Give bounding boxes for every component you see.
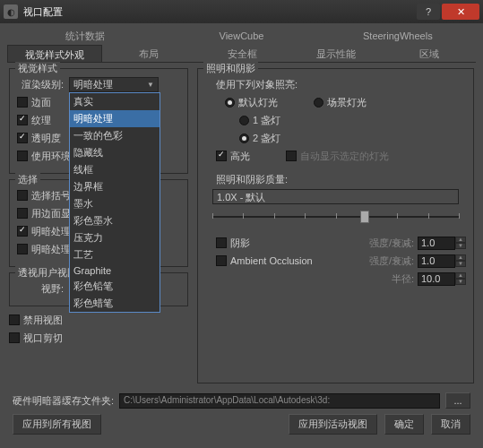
opt-realistic[interactable]: 真实: [70, 93, 160, 110]
radius-spinner[interactable]: ▲▼: [455, 272, 466, 285]
opt-color-ink[interactable]: 彩色墨水: [70, 212, 160, 229]
tab-steeringwheels[interactable]: SteeringWheels: [320, 27, 476, 45]
tab-safeframe[interactable]: 安全框: [195, 45, 289, 62]
apply-active-button[interactable]: 应用到活动视图: [289, 414, 377, 435]
opt-shaded[interactable]: 明暗处理: [70, 110, 160, 127]
radio-one-light[interactable]: [239, 116, 249, 125]
check-auto-display[interactable]: [286, 151, 297, 161]
intensity-1-input[interactable]: [418, 237, 455, 250]
opt-color-pencil[interactable]: 彩色铅笔: [70, 278, 160, 295]
intensity-label-2: 强度/衰减:: [369, 254, 414, 268]
intensity-2-spinner[interactable]: ▲▼: [455, 254, 466, 267]
check-shadows[interactable]: [216, 237, 227, 248]
app-icon: ◐: [4, 4, 18, 19]
illuminate-label: 使用下列对象照亮:: [216, 76, 466, 92]
tabs-row-bottom: 视觉样式外观 布局 安全框 显示性能 区域: [7, 45, 476, 63]
check-transparency[interactable]: [17, 133, 28, 143]
radio-two-lights[interactable]: [239, 134, 249, 143]
close-button[interactable]: ✕: [442, 4, 479, 20]
opt-consistent[interactable]: 一致的色彩: [70, 127, 160, 144]
tab-viewcube[interactable]: ViewCube: [163, 27, 319, 45]
opt-wireframe[interactable]: 线框: [70, 161, 160, 178]
visual-styles-legend: 视觉样式: [15, 62, 60, 75]
tab-layout[interactable]: 布局: [102, 45, 195, 62]
opt-ink[interactable]: 墨水: [70, 195, 160, 212]
tabs-row-top: 统计数据 ViewCube SteeringWheels: [7, 27, 476, 45]
fov-label: 视野:: [17, 282, 69, 296]
intensity-1-spinner[interactable]: ▲▼: [455, 237, 466, 249]
ok-button[interactable]: 确定: [384, 414, 424, 435]
tab-region[interactable]: 区域: [383, 45, 476, 62]
browse-button[interactable]: ...: [445, 392, 470, 409]
check-view-clip[interactable]: [9, 332, 20, 343]
intensity-2-input[interactable]: [418, 254, 455, 268]
render-level-dropdown: 真实 明暗处理 一致的色彩 隐藏线 线框 边界框 墨水 彩色墨水 压克力 工艺 …: [69, 92, 160, 313]
radius-label: 半径:: [392, 272, 414, 286]
selection-legend: 选择: [15, 173, 40, 186]
check-ao[interactable]: [216, 255, 227, 266]
opt-graphite[interactable]: Graphite: [70, 263, 160, 278]
radio-default-lights[interactable]: [225, 98, 235, 108]
check-shade-obj[interactable]: [17, 244, 28, 254]
check-env-bg[interactable]: [17, 151, 28, 161]
tab-display-perf[interactable]: 显示性能: [289, 45, 383, 62]
render-level-select[interactable]: 明暗处理 ▼ 真实 明暗处理 一致的色彩 隐藏线 线框 边界框 墨水 彩色墨水 …: [69, 77, 159, 92]
lighting-legend: 照明和阴影: [203, 62, 258, 75]
apply-all-button[interactable]: 应用到所有视图: [13, 414, 101, 435]
intensity-label-1: 强度/衰减:: [369, 237, 414, 250]
help-button[interactable]: ?: [417, 4, 440, 20]
cancel-button[interactable]: 取消: [431, 414, 470, 435]
check-brackets[interactable]: [17, 190, 28, 201]
render-level-value: 明暗处理: [73, 78, 113, 91]
radio-scene-lights[interactable]: [314, 98, 323, 108]
quality-label: 照明和阴影质量:: [216, 171, 466, 187]
radius-input[interactable]: [418, 272, 455, 286]
opt-acrylic[interactable]: 压克力: [70, 229, 160, 246]
opt-color-crayon[interactable]: 彩色蜡笔: [70, 295, 160, 312]
opt-craft[interactable]: 工艺: [70, 246, 160, 263]
check-shade-face[interactable]: [17, 226, 28, 237]
chevron-down-icon: ▼: [147, 81, 154, 89]
check-highlights[interactable]: [216, 151, 227, 161]
render-label: 渲染级别:: [17, 78, 69, 91]
quality-slider[interactable]: [212, 208, 459, 226]
tab-visual-style[interactable]: 视觉样式外观: [7, 45, 102, 62]
tab-stats[interactable]: 统计数据: [7, 27, 163, 45]
opt-hidden-line[interactable]: 隐藏线: [70, 144, 160, 161]
opt-bbox[interactable]: 边界框: [70, 178, 160, 195]
cache-label: 硬件明暗器缓存文件夹:: [13, 394, 114, 408]
quality-value[interactable]: 1.0X - 默认: [212, 189, 459, 204]
check-disable-view[interactable]: [9, 314, 20, 325]
check-edge-sel[interactable]: [17, 208, 28, 219]
check-edges[interactable]: [17, 97, 28, 108]
window-title: 视口配置: [23, 5, 417, 19]
check-texture[interactable]: [17, 115, 28, 125]
cache-path[interactable]: C:\Users\Administrator\AppData\Local\Aut…: [119, 393, 440, 409]
